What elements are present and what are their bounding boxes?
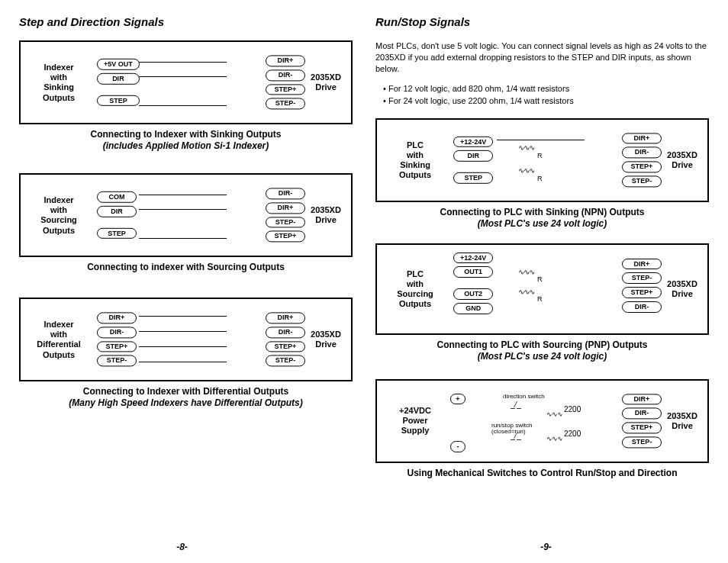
terminal: STEP (97, 95, 140, 106)
left-device-label: +24VDC Power Supply (385, 406, 446, 436)
right-device-label: 2035XD Drive (663, 410, 701, 430)
terminal: DIR- (266, 69, 305, 81)
resistor-symbol: ∿∿∿ (546, 436, 562, 442)
terminal: STEP+ (97, 341, 137, 352)
terminal: STEP+ (266, 341, 305, 352)
terminal: DIR (97, 206, 137, 217)
resistor-label: R (537, 295, 543, 303)
terminal: +12-24V (453, 136, 493, 147)
terminal: STEP- (622, 436, 662, 448)
terminal: DIR (453, 150, 493, 162)
caption-main: Connecting to Indexer with Sinking Outpu… (91, 129, 282, 140)
left-device-label: PLC with Sinking Outputs (385, 140, 446, 180)
terminal: STEP- (97, 355, 137, 367)
left-device-label: PLC with Sourcing Outputs (385, 269, 446, 309)
resistor-symbol: ∿∿∿ (518, 288, 534, 296)
left-device-label: Indexer with Differential Outputs (28, 320, 89, 360)
terminal: STEP- (622, 272, 662, 284)
diagram-mechanical-switches: +24VDC Power Supply + - DIR+ DIR- STEP+ … (375, 379, 709, 479)
terminal: DIR+ (622, 259, 662, 270)
page-number-right: -9- (364, 542, 728, 552)
resistor-value: 2200 (564, 429, 581, 438)
terminal: STEP- (266, 355, 305, 367)
resistor-symbol: ∿∿∿ (518, 144, 534, 152)
resistor-label: R (537, 275, 543, 283)
terminal: STEP+ (622, 162, 662, 173)
right-terminals: DIR+ DIR- STEP+ STEP- (622, 394, 662, 448)
right-device-label: 2035XD Drive (663, 278, 701, 298)
diagram-sourcing-indexer: Indexer with Sourcing Outputs COM DIR ST… (19, 173, 353, 273)
terminal: STEP- (266, 98, 305, 110)
switch-symbol: ⎯∕⎯ (511, 401, 521, 409)
terminal: - (450, 441, 465, 452)
right-terminals: DIR+ STEP- STEP+ DIR- (622, 259, 662, 313)
terminal: OUT1 (453, 266, 493, 278)
terminal: +5V OUT (97, 59, 140, 70)
terminal: STEP (97, 227, 137, 239)
caption-main: Connecting to Indexer with Differential … (83, 386, 288, 397)
diagram-caption: Connecting to Indexer with Differential … (19, 386, 353, 409)
left-terminals: +12-24V OUT1 OUT2 GND (453, 253, 493, 314)
diagram-differential-indexer: Indexer with Differential Outputs DIR+ D… (19, 298, 353, 409)
left-device-label: Indexer with Sinking Outputs (28, 63, 89, 103)
resistor-symbol: ∿∿∿ (518, 167, 534, 175)
intro-paragraph: Most PLCs, don't use 5 volt logic. You c… (375, 40, 709, 75)
left-terminals: +5V OUT DIR STEP (97, 59, 140, 106)
terminal: STEP (453, 172, 493, 184)
right-terminals: DIR- DIR+ STEP- STEP+ (266, 188, 305, 242)
resistor-value: 2200 (564, 405, 581, 413)
terminal: STEP+ (266, 84, 305, 95)
diagram-caption: Connecting to PLC with Sourcing (PNP) Ou… (375, 339, 709, 362)
bullet-list: • For 12 volt logic, add 820 ohm, 1/4 wa… (383, 82, 709, 108)
terminal: DIR+ (266, 55, 305, 66)
caption-sub: (Most PLC's use 24 volt logic) (478, 351, 607, 362)
right-heading: Run/Stop Signals (375, 15, 709, 28)
terminal: DIR+ (266, 202, 305, 214)
bullet-item: For 12 volt logic, add 820 ohm, 1/4 watt… (388, 84, 569, 93)
right-device-label: 2035XD Drive (307, 330, 345, 349)
switch-symbol: ⎯∕⎯ (511, 433, 521, 440)
terminal: DIR+ (622, 394, 662, 405)
terminal: COM (97, 191, 137, 203)
terminal: DIR+ (97, 312, 137, 323)
left-terminals: COM DIR STEP (97, 191, 137, 239)
right-device-label: 2035XD Drive (663, 150, 701, 169)
terminal: DIR- (97, 327, 137, 338)
left-terminals: +12-24V DIR STEP (453, 136, 493, 183)
diagram-plc-sourcing: PLC with Sourcing Outputs +12-24V OUT1 O… (375, 243, 709, 362)
resistor-symbol: ∿∿∿ (546, 411, 562, 418)
right-column: Run/Stop Signals Most PLCs, don't use 5 … (375, 15, 709, 493)
diagram-caption: Connecting to Indexer with Sinking Outpu… (19, 129, 353, 152)
terminal: DIR- (266, 188, 305, 199)
caption-sub: (includes Applied Motion Si-1 Indexer) (103, 140, 269, 151)
right-device-label: 2035XD Drive (307, 205, 345, 225)
caption-main: Connecting to indexer with Sourcing Outp… (87, 262, 285, 272)
resistor-symbol: ∿∿∿ (518, 269, 534, 276)
diagram-caption: Using Mechanical Switches to Control Run… (375, 468, 709, 479)
page-number-left: -8- (0, 542, 364, 552)
right-terminals: DIR+ DIR- STEP+ STEP- (622, 133, 662, 187)
diagram-sinking-indexer: Indexer with Sinking Outputs +5V OUT DIR… (19, 40, 353, 152)
left-column: Step and Direction Signals Indexer with … (19, 15, 353, 493)
right-terminals: DIR+ DIR- STEP+ STEP- (266, 312, 305, 366)
caption-main: Using Mechanical Switches to Control Run… (407, 468, 677, 478)
terminal: STEP+ (266, 231, 305, 243)
left-heading: Step and Direction Signals (19, 15, 353, 28)
page-footer: -8- -9- (0, 542, 728, 552)
resistor-label: R (537, 175, 543, 182)
bullet-item: For 24 volt logic, use 2200 ohm, 1/4 wat… (388, 96, 574, 105)
right-device-label: 2035XD Drive (307, 72, 345, 92)
terminal: +12-24V (453, 253, 493, 264)
terminal: DIR+ (266, 312, 305, 323)
terminal: STEP- (266, 217, 305, 228)
diagram-caption: Connecting to PLC with Sinking (NPN) Out… (375, 207, 709, 230)
terminal: DIR- (622, 408, 662, 420)
diagram-caption: Connecting to indexer with Sourcing Outp… (19, 262, 353, 273)
terminal: DIR- (622, 301, 662, 313)
terminal: DIR- (266, 327, 305, 338)
terminal: DIR+ (622, 133, 662, 144)
diagram-plc-sinking: PLC with Sinking Outputs +12-24V DIR STE… (375, 118, 709, 230)
terminal: DIR- (622, 147, 662, 159)
resistor-label: R (537, 152, 543, 159)
right-terminals: DIR+ DIR- STEP+ STEP- (266, 55, 305, 109)
